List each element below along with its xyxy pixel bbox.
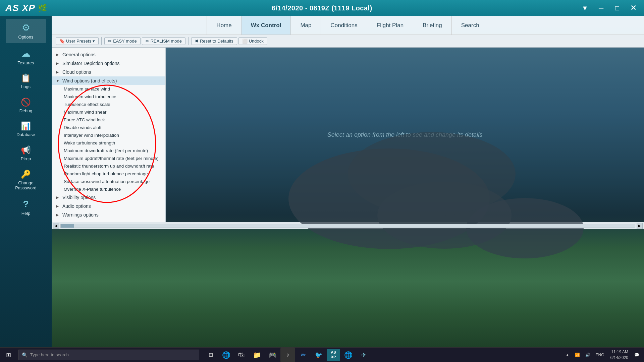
realism-mode-btn[interactable]: ✏ REALISM mode bbox=[142, 37, 185, 45]
help-icon: ? bbox=[23, 199, 29, 209]
tree-arrow-wind: ▼ bbox=[56, 78, 60, 83]
tray-volume[interactable]: 🔊 bbox=[583, 352, 592, 358]
app-logo: AS XP 🌿 bbox=[5, 3, 47, 13]
nav-map[interactable]: Map bbox=[291, 16, 321, 35]
tree-arrow-audio: ▶ bbox=[56, 204, 60, 208]
window-controls: ▼ ─ □ ✕ bbox=[580, 3, 639, 13]
scroll-track[interactable] bbox=[60, 224, 635, 228]
nav-search[interactable]: Search bbox=[452, 16, 489, 35]
sidebar: ⚙ Options ☁ Textures 📋 Logs 🚫 Debug 📊 Da… bbox=[0, 16, 52, 347]
tray-time: 11:19 AM bbox=[611, 349, 628, 355]
nav-wx-control[interactable]: Wx Control bbox=[241, 16, 291, 35]
scroll-left-btn[interactable]: ◀ bbox=[53, 223, 59, 229]
logo-text: AS XP bbox=[5, 3, 35, 13]
easy-mode-btn[interactable]: ✏ EASY mode bbox=[104, 37, 141, 45]
nav-flight-plan[interactable]: Flight Plan bbox=[367, 16, 413, 35]
tree-max-updraft[interactable]: Maximum updraft/thermal rate (feet per m… bbox=[52, 155, 165, 162]
logs-icon: 📋 bbox=[21, 73, 31, 83]
taskbar-xplane[interactable]: ✈ bbox=[356, 348, 371, 362]
tree-force-atc[interactable]: Force ATC wind lock bbox=[52, 116, 165, 124]
tree-arrow-cloud: ▶ bbox=[56, 70, 60, 74]
pirep-icon: 📢 bbox=[21, 145, 31, 155]
minimize-btn[interactable]: ─ bbox=[596, 3, 606, 13]
nav-home[interactable]: Home bbox=[207, 16, 241, 35]
tree-audio-options[interactable]: ▶ Audio options bbox=[52, 202, 165, 210]
nav-briefing[interactable]: Briefing bbox=[413, 16, 452, 35]
tree-interlayer[interactable]: Interlayer wind interpolation bbox=[52, 131, 165, 139]
tray-arrow-up[interactable]: ▲ bbox=[564, 352, 572, 358]
tree-max-surface-wind[interactable]: Maximum surface wind bbox=[52, 85, 165, 93]
taskbar-explorer[interactable]: 📁 bbox=[250, 348, 264, 362]
taskbar-store[interactable]: 🛍 bbox=[234, 348, 249, 362]
nav-conditions[interactable]: Conditions bbox=[321, 16, 367, 35]
search-placeholder: Type here to search bbox=[30, 352, 69, 357]
taskbar-music[interactable]: ♪ bbox=[280, 348, 295, 362]
sidebar-label-pirep: Pirep bbox=[21, 156, 31, 162]
tree-warnings-options[interactable]: ▶ Warnings options bbox=[52, 210, 165, 219]
tray-lang[interactable]: ENG bbox=[594, 352, 606, 358]
tree-max-downdraft[interactable]: Maximum downdraft rate (feet per minute) bbox=[52, 147, 165, 155]
bookmark-icon: 🔖 bbox=[59, 39, 65, 44]
tray-wifi[interactable]: 📶 bbox=[573, 352, 582, 358]
tree-simulator-options[interactable]: ▶ Simulator Depiction options bbox=[52, 59, 165, 68]
tree-cloud-options[interactable]: ▶ Cloud options bbox=[52, 68, 165, 76]
tree-general-options[interactable]: ▶ General options bbox=[52, 50, 165, 59]
sidebar-item-logs[interactable]: 📋 Logs bbox=[6, 70, 46, 93]
sidebar-item-pirep[interactable]: 📢 Pirep bbox=[6, 142, 46, 165]
sidebar-item-database[interactable]: 📊 Database bbox=[6, 118, 46, 141]
taskbar-steam[interactable]: 🎮 bbox=[265, 348, 280, 362]
tree-wake-turbulence[interactable]: Wake turbulence strength bbox=[52, 139, 165, 147]
taskbar-apps: ⊞ 🌐 🛍 📁 🎮 ♪ ✏ 🐦 AS XP 🌐 ✈ bbox=[203, 348, 371, 362]
dropdown-btn[interactable]: ▼ bbox=[580, 3, 590, 13]
debug-icon: 🚫 bbox=[21, 98, 31, 107]
tree-wind-options[interactable]: ▼ Wind options (and effects) bbox=[52, 76, 165, 85]
sidebar-label-database: Database bbox=[16, 132, 35, 137]
tree-arrow-warnings: ▶ bbox=[56, 213, 60, 217]
tree-override-xplane[interactable]: Override X-Plane turbulence bbox=[52, 185, 165, 193]
taskbar-pencil[interactable]: ✏ bbox=[296, 348, 311, 362]
tray-date: 6/14/2020 bbox=[610, 355, 628, 361]
sidebar-label-textures: Textures bbox=[17, 60, 34, 66]
sidebar-label-logs: Logs bbox=[21, 84, 31, 89]
sidebar-label-help: Help bbox=[21, 211, 31, 216]
tree-random-chop[interactable]: Random light chop turbulence percentage bbox=[52, 170, 165, 178]
background-area: Home Wx Control Map Conditions Flight Pl… bbox=[52, 16, 644, 347]
tree-turbulence-scale[interactable]: Turbulence effect scale bbox=[52, 101, 165, 108]
sidebar-item-help[interactable]: ? Help bbox=[6, 195, 46, 220]
taskbar-edge[interactable]: 🌐 bbox=[219, 348, 233, 362]
tray-notification[interactable]: 💬 bbox=[632, 352, 641, 358]
taskbar-search[interactable]: 🔍 Type here to search bbox=[18, 350, 199, 360]
sidebar-label-debug: Debug bbox=[19, 108, 32, 114]
user-presets-btn[interactable]: 🔖 User Presets ▾ bbox=[56, 37, 99, 45]
sidebar-item-change-password[interactable]: 🔑 Change Passsword bbox=[6, 166, 46, 194]
close-btn[interactable]: ✕ bbox=[628, 3, 639, 13]
tree-arrow-visibility: ▶ bbox=[56, 195, 60, 200]
tray-datetime[interactable]: 11:19 AM 6/14/2020 bbox=[608, 349, 631, 361]
taskbar-globe[interactable]: 🌐 bbox=[341, 348, 356, 362]
password-icon: 🔑 bbox=[21, 170, 31, 179]
cloud-decoration-4 bbox=[466, 198, 584, 258]
tree-disable-winds-aloft[interactable]: Disable winds aloft bbox=[52, 124, 165, 131]
scroll-thumb[interactable] bbox=[61, 224, 74, 228]
tree-arrow-simulator: ▶ bbox=[56, 61, 60, 66]
leaf-icon: 🌿 bbox=[38, 4, 47, 12]
taskbar-asxp[interactable]: AS XP bbox=[327, 349, 340, 361]
taskbar-task-view[interactable]: ⊞ bbox=[203, 348, 218, 362]
pencil2-icon: ✏ bbox=[146, 39, 149, 44]
sidebar-item-textures[interactable]: ☁ Textures bbox=[6, 45, 46, 69]
tree-visibility-options[interactable]: ▶ Visibility options bbox=[52, 193, 165, 202]
tree-surface-crosswind[interactable]: Surface crosswind attentuation percentag… bbox=[52, 178, 165, 185]
taskbar-bird[interactable]: 🐦 bbox=[311, 348, 326, 362]
tree-max-shear[interactable]: Maximum wind shear bbox=[52, 108, 165, 116]
tree-realistic-ts[interactable]: Realistic thunderstorm up and downdraft … bbox=[52, 162, 165, 170]
undock-btn[interactable]: ⬜ Undock bbox=[238, 37, 267, 45]
reset-defaults-btn[interactable]: ✖ Reset to Defaults bbox=[191, 37, 237, 45]
sidebar-item-debug[interactable]: 🚫 Debug bbox=[6, 94, 46, 117]
scroll-right-btn[interactable]: ▶ bbox=[637, 223, 643, 229]
maximize-btn[interactable]: □ bbox=[612, 3, 623, 13]
tree-max-turbulence[interactable]: Maximum wind turbulence bbox=[52, 93, 165, 101]
database-icon: 📊 bbox=[21, 121, 31, 131]
toolbar-sep-1 bbox=[101, 37, 102, 45]
start-button[interactable]: ⊞ bbox=[0, 348, 17, 362]
sidebar-item-options[interactable]: ⚙ Options bbox=[6, 19, 46, 43]
